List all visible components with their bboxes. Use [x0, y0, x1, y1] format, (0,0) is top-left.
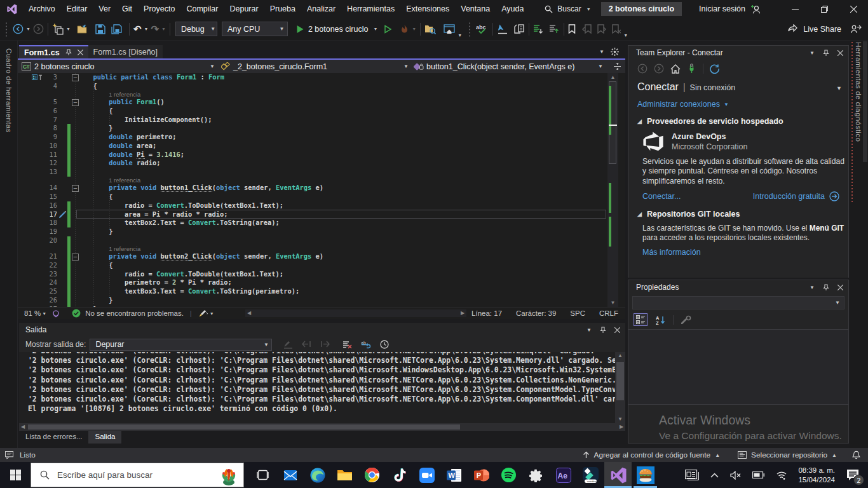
open-file-button[interactable] — [76, 21, 90, 37]
restore-button[interactable] — [810, 0, 839, 18]
save-all-button[interactable] — [110, 21, 124, 37]
code-line[interactable]: 7InitializeComponent(); — [18, 116, 607, 125]
code-line[interactable]: 14–private void button1_Click(object sen… — [18, 184, 607, 193]
scroll-right-icon[interactable]: ▶ — [459, 309, 466, 317]
home-button[interactable] — [670, 64, 681, 74]
code-line[interactable]: 23radio = Convert.ToDouble(textBox1.Text… — [18, 270, 607, 279]
menu-item[interactable]: Proyecto — [138, 0, 180, 18]
code-line[interactable]: 11double Pi = 3.1416; — [18, 151, 607, 159]
notification-center-button[interactable]: 2 — [841, 469, 868, 481]
diagnostics-autohide-tab[interactable]: Herramientas de diagnóstico — [850, 41, 868, 448]
property-pages-button[interactable] — [679, 313, 693, 326]
powerpoint-taskbar-button[interactable]: P — [468, 462, 495, 488]
code-line[interactable]: 24perimetro = 2 * Pi * radio; — [18, 278, 607, 287]
health-indicator-icon[interactable] — [51, 309, 60, 318]
zoom-level[interactable]: 81 % — [18, 309, 41, 317]
spell-check-button[interactable]: abc — [475, 21, 490, 37]
member-dropdown[interactable]: button1_Click(object sender, EventArgs e… — [412, 60, 625, 73]
code-cleanup-icon[interactable] — [198, 309, 208, 318]
menu-item[interactable]: Ver — [93, 0, 116, 18]
sign-in-button[interactable]: Iniciar sesión — [699, 4, 761, 14]
code-line[interactable]: 15{ — [18, 193, 607, 201]
navigate-backward-dropdown[interactable]: ▼ — [25, 27, 32, 31]
select-repository-button[interactable]: Seleccionar repositorio — [751, 451, 827, 459]
section-local-git[interactable]: ◢ Repositorios GIT locales — [628, 201, 848, 219]
tab-salida[interactable]: Salida — [88, 431, 121, 444]
refresh-button[interactable] — [710, 64, 719, 74]
character-indicator[interactable]: Carácter: 39 — [509, 309, 563, 317]
codelens-row[interactable]: 1 referencia — [18, 177, 607, 184]
editor-horizontal-scrollbar[interactable]: ◀ ▶ — [245, 309, 466, 317]
burger-taskbar-button[interactable] — [632, 462, 659, 488]
solution-platform-combo[interactable]: Any CPU ▼ — [222, 22, 288, 36]
scroll-up-icon[interactable]: ▲ — [615, 352, 625, 360]
code-line[interactable]: 21–private void button2_Click(object sen… — [18, 252, 607, 261]
window-position-dropdown[interactable]: ▼ — [587, 327, 592, 333]
code-line[interactable]: 6{ — [18, 107, 607, 116]
document-list-dropdown[interactable]: ▼ — [599, 49, 604, 55]
fold-collapse-box[interactable]: – — [72, 74, 79, 81]
project-dropdown[interactable]: C# 2 botones ciruclo ▼ — [18, 60, 219, 73]
fold-collapse-box[interactable]: – — [72, 185, 79, 192]
clear-all-icon[interactable] — [342, 341, 352, 349]
redo-button[interactable]: ↷ — [149, 21, 160, 37]
window-position-dropdown[interactable]: ▼ — [810, 50, 815, 56]
tab-form1-cs[interactable]: Form1.cs — [19, 45, 88, 58]
navigate-backward-button[interactable] — [11, 21, 25, 37]
close-icon[interactable] — [837, 285, 843, 290]
code-line[interactable]: 22{ — [18, 261, 607, 270]
scrollbar-thumb[interactable] — [616, 362, 624, 400]
toolbar-overflow-dropdown[interactable]: ▼ — [622, 33, 629, 37]
code-line[interactable]: 19} — [18, 227, 607, 236]
more-info-link[interactable]: Más información — [642, 248, 701, 257]
undo-button[interactable]: ↶ — [132, 21, 143, 37]
toolbar-drag-handle[interactable] — [468, 22, 471, 37]
close-tab-icon[interactable] — [78, 50, 83, 55]
menu-item[interactable]: Ventana — [455, 0, 496, 18]
menu-item[interactable]: Depurar — [224, 0, 264, 18]
start-debugging-button[interactable]: 2 botones ciruclo ▼ — [296, 25, 379, 34]
line-ending-indicator[interactable]: CRLF — [592, 309, 625, 317]
intro-link-wrap[interactable]: Introducción gratuita — [753, 191, 839, 201]
code-line[interactable]: 13 — [18, 168, 607, 177]
previous-bookmark-button[interactable] — [581, 21, 593, 37]
volume-muted-icon[interactable] — [724, 471, 747, 480]
close-button[interactable] — [839, 0, 868, 18]
solution-explorer-home-button[interactable] — [442, 21, 456, 37]
new-project-dropdown[interactable]: ▼ — [65, 27, 72, 31]
filmora-taskbar-button[interactable]: wondershare — [577, 462, 604, 488]
code-line[interactable]: 26} — [18, 296, 607, 305]
scroll-right-icon[interactable]: ▶ — [618, 423, 625, 431]
next-bookmark-button[interactable] — [595, 21, 607, 37]
tab-form1-cs-diseno[interactable]: Form1.cs [Diseño] — [88, 45, 163, 58]
menu-item[interactable]: Editar — [61, 0, 93, 18]
type-dropdown[interactable]: _2_botones_ciruclo.Form1 ▼ — [219, 60, 412, 73]
code-line[interactable]: 18textBox2.Text = Convert.ToString(area)… — [18, 219, 607, 227]
toolbox-autohide-tab[interactable]: Cuadro de herramientas — [0, 41, 18, 448]
pin-icon[interactable] — [823, 284, 829, 291]
word-taskbar-button[interactable]: W — [440, 462, 468, 488]
battery-icon[interactable] — [747, 471, 770, 478]
tab-lista-de-errores[interactable]: Lista de errores... — [19, 431, 88, 444]
taskbar-search-box[interactable]: Escribe aquí para buscar — [31, 463, 244, 487]
code-line[interactable]: 25textBox3.Text = Convert.ToString(perim… — [18, 287, 607, 296]
scroll-left-icon[interactable]: ◀ — [245, 309, 253, 317]
zoom-taskbar-button[interactable] — [413, 462, 440, 488]
spaces-indicator[interactable]: SPC — [563, 309, 592, 317]
properties-grid[interactable] — [628, 330, 848, 405]
toolbar-drag-handle[interactable] — [5, 22, 8, 37]
code-line[interactable]: 4{ — [18, 82, 607, 91]
code-line[interactable]: 9double perimetro; — [18, 133, 607, 142]
tiktok-taskbar-button[interactable] — [386, 462, 413, 488]
find-in-files-button[interactable] — [423, 21, 437, 37]
team-explorer-heading[interactable]: Conectar | Sin conexión ▼ — [628, 76, 848, 93]
menu-item[interactable]: Extensiones — [400, 0, 455, 18]
team-explorer-titlebar[interactable]: Team Explorer - Conectar ▼ — [628, 46, 848, 60]
previous-message-icon[interactable] — [302, 341, 311, 348]
menu-item[interactable]: Prueba — [264, 0, 301, 18]
edge-taskbar-button[interactable] — [304, 462, 331, 488]
output-log[interactable]: '2 botones ciruclo.exe' (CoreCLR: clrhos… — [19, 352, 615, 423]
mail-taskbar-button[interactable] — [276, 462, 304, 488]
properties-object-combo[interactable]: ▼ — [632, 296, 844, 309]
alphabetical-button[interactable]: AZ — [653, 313, 667, 326]
